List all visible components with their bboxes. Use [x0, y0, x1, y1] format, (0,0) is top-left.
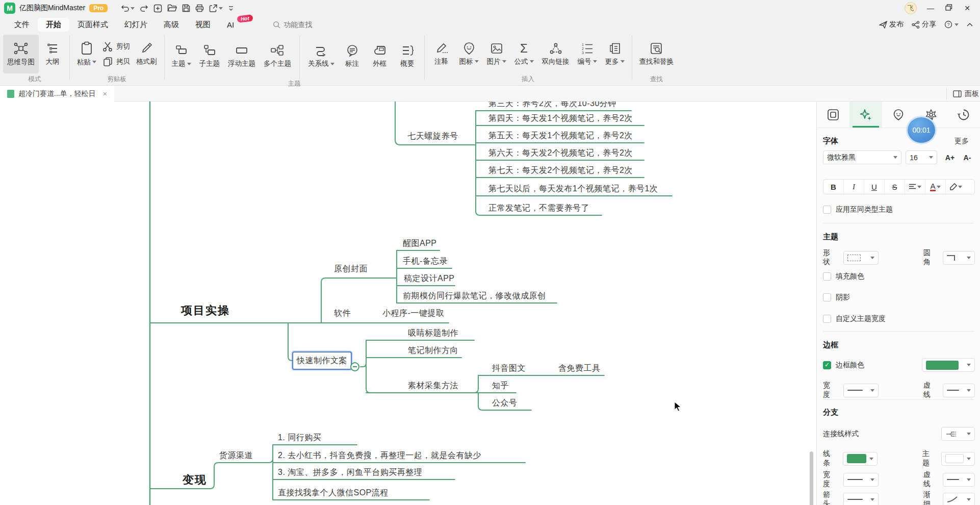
panel-toggle-button[interactable]: 面板: [946, 88, 980, 99]
mindmap-node[interactable]: 3. 淘宝、拼多多，闲鱼平台购买再整理: [278, 467, 422, 478]
minimize-button[interactable]: —: [926, 4, 935, 12]
arrow-select[interactable]: [843, 493, 879, 505]
feature-search[interactable]: [273, 20, 355, 29]
apply-same-type-row[interactable]: 应用至同类型主题: [823, 205, 975, 214]
font-size-select[interactable]: 16: [906, 150, 937, 164]
ribbon-copy-button[interactable]: 拷贝: [102, 57, 130, 67]
export-button[interactable]: [209, 4, 223, 12]
ribbon-find-replace-button[interactable]: 查找和替换: [635, 35, 678, 73]
mindmap-node[interactable]: 知乎: [492, 381, 509, 391]
mindmap-node[interactable]: 正常发笔记，不需要养号了: [488, 203, 589, 214]
mindmap-node[interactable]: 吸睛标题制作: [408, 328, 458, 339]
mindmap-node[interactable]: 第七天：每天发2个视频笔记，养号2次: [488, 165, 633, 176]
ribbon-twolink-button[interactable]: 双向链接: [538, 35, 574, 73]
fill-color-row[interactable]: 填充颜色: [823, 272, 975, 281]
save-button[interactable]: [182, 4, 190, 12]
mindmap-node[interactable]: 直接找我拿个人微信SOP流程: [278, 488, 389, 498]
ribbon-picture-button[interactable]: 图片: [483, 35, 510, 73]
font-more-link[interactable]: 更多: [955, 137, 969, 146]
vertical-scrollbar[interactable]: [810, 451, 813, 505]
menu-slides[interactable]: 幻灯片: [116, 18, 156, 32]
customize-toolbar-button[interactable]: [228, 5, 234, 11]
tab-history[interactable]: [947, 102, 980, 128]
mindmap-node[interactable]: 小程序-一键提取: [382, 308, 444, 319]
ribbon-summary-button[interactable]: 概要: [394, 37, 421, 75]
ribbon-mindmap-button[interactable]: 思维导图: [3, 35, 39, 73]
tab-topic-style[interactable]: [849, 102, 882, 128]
mindmap-node[interactable]: 手机-备忘录: [403, 256, 448, 267]
ribbon-boundary-button[interactable]: 外框: [366, 37, 394, 75]
ribbon-subtopic-button[interactable]: 子主题: [195, 37, 224, 75]
italic-button[interactable]: I: [844, 180, 864, 194]
search-input[interactable]: [283, 20, 355, 29]
ribbon-formula-button[interactable]: Σ 公式: [510, 35, 538, 73]
mindmap-node[interactable]: 第四天：每天发1个视频笔记，养号2次: [488, 113, 633, 124]
ribbon-multi-topic-button[interactable]: 多个主题: [260, 37, 295, 75]
new-file-button[interactable]: [153, 4, 162, 13]
shape-select[interactable]: [843, 251, 879, 265]
menu-view[interactable]: 视图: [187, 18, 219, 32]
border-width-select[interactable]: [843, 384, 879, 397]
highlight-pen-button[interactable]: [946, 180, 966, 194]
menu-advanced[interactable]: 高级: [156, 18, 187, 32]
tab-close-icon[interactable]: ×: [103, 90, 107, 98]
mindmap-node[interactable]: 第五天：每天发1个视频笔记，养号2次: [488, 131, 633, 141]
document-tab[interactable]: 超冷门赛道...单，轻松日 ×: [0, 86, 114, 102]
mindmap-node[interactable]: 货源渠道: [219, 450, 253, 461]
bold-button[interactable]: B: [823, 180, 844, 194]
font-increase-button[interactable]: A+: [942, 150, 958, 164]
shadow-checkbox[interactable]: [823, 293, 831, 301]
ribbon-paste-button[interactable]: 粘贴: [73, 35, 100, 73]
mindmap-node[interactable]: 第七天以后，每天发布1个视频笔记，养号1次: [488, 184, 658, 194]
user-avatar[interactable]: 飞: [905, 2, 917, 14]
print-button[interactable]: [195, 4, 204, 12]
ribbon-topic-button[interactable]: 主题: [168, 37, 195, 75]
mindmap-node[interactable]: 公众号: [492, 398, 518, 409]
ribbon-relation-button[interactable]: 关系线: [304, 37, 339, 75]
underline-button[interactable]: U: [864, 180, 885, 194]
menu-file[interactable]: 文件: [6, 18, 38, 32]
menu-page-style[interactable]: 页面样式: [69, 18, 116, 32]
align-button[interactable]: [905, 180, 925, 194]
line-color-select[interactable]: [843, 452, 878, 466]
ribbon-floating-topic-button[interactable]: 浮动主题: [224, 37, 260, 75]
undo-button[interactable]: [121, 4, 135, 12]
mindmap-node[interactable]: 1. 同行购买: [278, 433, 321, 443]
mindmap-node[interactable]: 第六天：每天发2个视频笔记，养号2次: [488, 148, 633, 159]
branch-topic-select[interactable]: [941, 452, 975, 466]
ribbon-callout-button[interactable]: 标注: [339, 37, 366, 75]
mindmap-canvas[interactable]: 七天螺旋养号 第三天：养号2次，每次10-30分钟 第四天：每天发1个视频笔记，…: [0, 102, 816, 505]
font-family-select[interactable]: 微软雅黑: [823, 150, 901, 164]
mindmap-node[interactable]: 2. 去小红书，抖音免费搜，再整理一起，就是会有缺少: [278, 450, 481, 461]
mindmap-node[interactable]: 七天螺旋养号: [395, 131, 471, 142]
branch-width-select[interactable]: [843, 473, 879, 487]
fill-color-checkbox[interactable]: [823, 272, 831, 281]
tab-canvas-style[interactable]: [817, 102, 849, 128]
maximize-button[interactable]: [944, 4, 953, 12]
export-caret-icon[interactable]: [219, 7, 223, 10]
help-button[interactable]: ?: [944, 20, 959, 29]
border-dash-select[interactable]: [943, 384, 975, 397]
corner-select[interactable]: [943, 251, 975, 265]
ribbon-numbering-button[interactable]: 123 编号: [574, 35, 601, 73]
strikethrough-button[interactable]: S: [885, 180, 905, 194]
mindmap-node[interactable]: 抖音图文: [492, 363, 526, 374]
undo-caret-icon[interactable]: [131, 7, 135, 10]
mindmap-node-main[interactable]: 变现: [183, 472, 207, 488]
font-color-button[interactable]: A: [925, 180, 946, 194]
menu-ai[interactable]: AI Hot: [219, 18, 242, 31]
mindmap-node[interactable]: 前期模仿同行爆款笔记，修改做成原创: [403, 291, 546, 301]
mindmap-node-selected[interactable]: 快速制作文案: [292, 351, 352, 370]
mindmap-node[interactable]: 含免费工具: [558, 363, 601, 374]
apply-same-type-checkbox[interactable]: [823, 206, 831, 214]
menu-home[interactable]: 开始: [38, 18, 69, 32]
mindmap-node[interactable]: 笔记制作方向: [408, 345, 458, 356]
taper-select[interactable]: [943, 493, 975, 505]
mindmap-node[interactable]: 稿定设计APP: [404, 273, 455, 284]
ribbon-cut-button[interactable]: 剪切: [102, 41, 130, 52]
border-color-select[interactable]: [922, 358, 975, 372]
font-decrease-button[interactable]: A-: [960, 150, 975, 164]
collapse-node-button[interactable]: [350, 362, 359, 371]
mindmap-node-main[interactable]: 项目实操: [181, 303, 230, 318]
border-color-checkbox[interactable]: [823, 361, 831, 369]
